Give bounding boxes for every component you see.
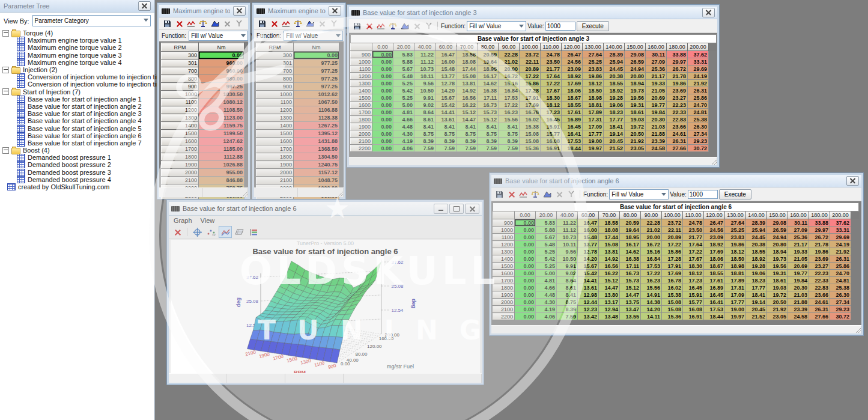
table-cell[interactable]: 18.81 (725, 270, 746, 277)
table-cell[interactable]: 18.08 (457, 58, 478, 65)
table-cell[interactable]: 8.41 (478, 123, 499, 130)
titlebar[interactable]: Maximum engine tor... (254, 5, 344, 17)
table-cell[interactable]: 29.08 (625, 51, 646, 58)
table-cell[interactable]: 16.02 (662, 284, 683, 291)
tree-item-footer[interactable]: created by OldSkullTuning.com (2, 183, 154, 190)
save-icon[interactable] (351, 21, 362, 31)
titlebar[interactable]: Base value for start of injection angle … (169, 202, 482, 216)
table-cell[interactable]: 19.84 (646, 109, 667, 116)
table-cell[interactable]: 18.41 (604, 123, 625, 130)
table-cell[interactable]: 26.59 (625, 58, 646, 65)
table-cell[interactable]: 13.48 (599, 313, 620, 320)
table-cell[interactable]: 16.72 (641, 241, 662, 248)
table-cell[interactable]: 8.64 (557, 277, 578, 284)
table-cell[interactable]: 18.12 (683, 270, 704, 277)
table-cell[interactable]: 16.56 (457, 94, 478, 102)
table-cell[interactable]: 16.89 (704, 284, 725, 291)
tree-item[interactable]: Demanded boost pressure 2 (2, 161, 154, 168)
table-cell[interactable]: 9.02 (414, 102, 436, 109)
table-cell[interactable]: 1267.25 (294, 122, 339, 130)
table-cell[interactable]: 13.61 (436, 116, 457, 123)
table-cell[interactable]: 13.42 (578, 313, 599, 320)
table-cell[interactable]: 15.91 (541, 123, 562, 130)
table-cell[interactable]: 9.56 (414, 80, 436, 87)
table-cell[interactable]: 14.20 (436, 87, 457, 94)
table-cell[interactable]: 21.88 (646, 130, 667, 138)
table-cell[interactable]: 18.95 (620, 234, 641, 241)
table-cell[interactable]: 0.00 (372, 145, 393, 152)
table-cell[interactable]: 0.00 (372, 51, 393, 58)
table-cell[interactable]: 21.05 (788, 255, 809, 263)
table-cell[interactable]: 17.11 (620, 263, 641, 270)
table-cell[interactable]: 0.00 (515, 263, 536, 270)
table-cell[interactable]: 18.92 (746, 255, 767, 263)
table-cell[interactable]: 977.25 (294, 67, 339, 75)
table-cell[interactable]: 22.11 (520, 58, 541, 65)
expander-icon[interactable] (2, 88, 9, 95)
table-cell[interactable]: 12.78 (436, 80, 457, 87)
table-cell[interactable]: 20.80 (625, 73, 646, 80)
table-cell[interactable]: 26.31 (667, 138, 688, 145)
table-cell[interactable]: 33.88 (667, 51, 688, 58)
legend-icon[interactable] (247, 227, 259, 237)
table-cell[interactable]: 1199.50 (199, 130, 244, 138)
table-cell[interactable]: 19.14 (746, 299, 767, 306)
table-cell[interactable]: 15.77 (683, 299, 704, 306)
table-cell[interactable]: 19.56 (625, 94, 646, 102)
table-cell[interactable]: 20.38 (604, 73, 625, 80)
table-cell[interactable]: 0.00 (515, 219, 536, 227)
table-cell[interactable]: 15.77 (541, 130, 562, 138)
table-cell[interactable]: 21.88 (788, 299, 809, 306)
table-cell[interactable]: 14.62 (620, 248, 641, 255)
table-cell[interactable]: 17.61 (704, 277, 725, 284)
table-cell[interactable]: 24.56 (562, 58, 583, 65)
table-cell[interactable]: 26.72 (667, 65, 688, 73)
table-cell[interactable]: 12.23 (578, 306, 599, 313)
table-cell[interactable]: 24.94 (767, 234, 788, 241)
y-axis-icon[interactable] (234, 19, 244, 28)
tree-group-2[interactable]: Start of Injection (7) (2, 88, 154, 96)
table-cell[interactable]: 13.55 (620, 313, 641, 320)
table-cell[interactable]: 17.22 (541, 80, 562, 87)
titlebar[interactable]: Base value for start of injection angle … (349, 7, 717, 19)
table-cell[interactable]: 27.64 (725, 219, 746, 227)
table-cell[interactable]: 16.47 (578, 219, 599, 227)
table-cell[interactable]: 17.91 (662, 263, 683, 270)
table-cell[interactable]: 17.53 (704, 306, 725, 313)
table-cell[interactable]: 18.41 (746, 291, 767, 299)
table-cell[interactable]: 23.27 (667, 94, 688, 102)
table-cell[interactable]: 16.38 (620, 255, 641, 263)
table-cell[interactable]: 21.52 (746, 313, 767, 320)
table-cell[interactable]: 15.38 (520, 123, 541, 130)
table-cell[interactable]: 29.97 (809, 227, 830, 234)
table-cell[interactable]: 16.38 (478, 87, 499, 94)
table-cell[interactable]: 8.75 (478, 130, 499, 138)
table-cell[interactable]: 1157.12 (294, 169, 339, 177)
table-cell[interactable]: 5.00 (536, 270, 557, 277)
table-cell[interactable]: 19.86 (725, 241, 746, 248)
graph-icon[interactable] (375, 21, 386, 31)
table-cell[interactable]: 19.77 (788, 270, 809, 277)
table-cell[interactable]: 27.09 (646, 58, 667, 65)
table-cell[interactable]: 21.17 (788, 241, 809, 248)
table-cell[interactable]: 17.69 (662, 270, 683, 277)
table-cell[interactable]: 15.48 (436, 65, 457, 73)
table-cell[interactable]: 16.78 (662, 277, 683, 284)
table-cell[interactable]: 14.20 (578, 255, 599, 263)
minimize-button[interactable] (434, 204, 448, 214)
table-cell[interactable]: 977.25 (294, 75, 339, 83)
table-cell[interactable]: 0.00 (515, 313, 536, 320)
table-cell[interactable]: 17.22 (683, 248, 704, 255)
table-cell[interactable]: 0.00 (515, 241, 536, 248)
table-cell[interactable]: 27.34 (688, 130, 709, 138)
x-axis-icon[interactable] (222, 19, 232, 28)
table-cell[interactable]: 17.09 (583, 123, 604, 130)
3d-view-icon[interactable] (210, 19, 220, 28)
table-cell[interactable]: 16.91 (541, 145, 562, 152)
table-cell[interactable]: 37.62 (688, 51, 709, 58)
function-select[interactable]: Fill w/ Value (284, 31, 343, 41)
table-cell[interactable]: 19.06 (604, 102, 625, 109)
table-cell[interactable]: 1030.50 (199, 91, 244, 99)
table-cell[interactable]: 1106.88 (294, 106, 339, 114)
table-cell[interactable]: 25.25 (583, 58, 604, 65)
